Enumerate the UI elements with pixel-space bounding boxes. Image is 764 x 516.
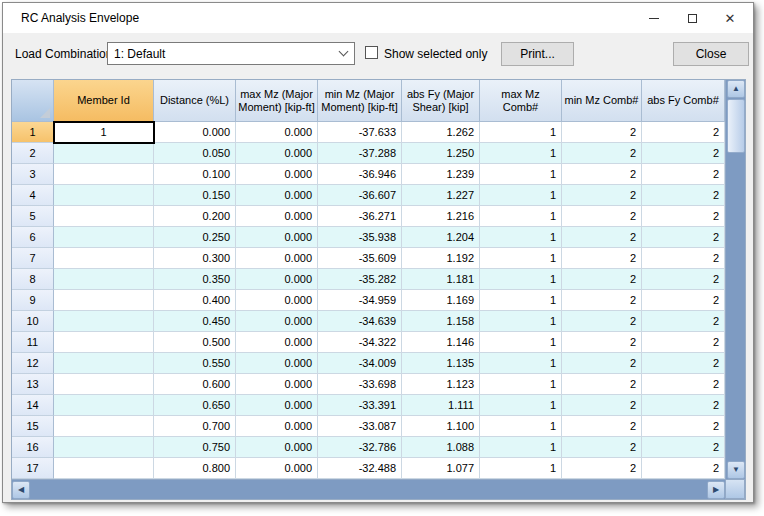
cell[interactable]: 0.100 [154, 164, 236, 185]
cell[interactable]: 0.000 [236, 206, 318, 227]
cell[interactable]: 1.216 [402, 206, 480, 227]
row-header[interactable]: 4 [12, 185, 54, 206]
column-header-distance[interactable]: Distance (%L) [154, 80, 236, 122]
row-header[interactable]: 11 [12, 332, 54, 353]
cell[interactable]: 2 [642, 395, 725, 416]
cell[interactable] [54, 395, 154, 416]
cell[interactable]: 1 [480, 290, 562, 311]
cell[interactable]: 1 [480, 416, 562, 437]
row-header[interactable]: 3 [12, 164, 54, 185]
cell[interactable]: 0.400 [154, 290, 236, 311]
cell[interactable]: 1 [480, 248, 562, 269]
cell[interactable]: 2 [642, 185, 725, 206]
cell[interactable]: 0.200 [154, 206, 236, 227]
cell[interactable]: 2 [642, 458, 725, 479]
cell[interactable] [54, 290, 154, 311]
cell[interactable]: 1.158 [402, 311, 480, 332]
cell[interactable]: 2 [562, 248, 642, 269]
cell[interactable]: -34.009 [318, 353, 402, 374]
column-header-abs-fy-comb[interactable]: abs Fy Comb# [642, 80, 725, 122]
cell[interactable]: 1 [480, 437, 562, 458]
cell[interactable]: 0.000 [236, 164, 318, 185]
row-header[interactable]: 2 [12, 143, 54, 164]
cell[interactable]: 2 [562, 395, 642, 416]
cell[interactable] [54, 227, 154, 248]
selected-cell[interactable]: 1 [54, 122, 154, 143]
cell[interactable]: 2 [642, 290, 725, 311]
cell[interactable]: 2 [642, 353, 725, 374]
cell[interactable]: 0.150 [154, 185, 236, 206]
cell[interactable]: -36.607 [318, 185, 402, 206]
minimize-button[interactable] [635, 3, 673, 33]
cell[interactable]: 1.192 [402, 248, 480, 269]
cell[interactable]: 2 [562, 416, 642, 437]
cell[interactable]: 0.000 [236, 143, 318, 164]
cell[interactable]: 0.750 [154, 437, 236, 458]
cell[interactable]: 2 [562, 332, 642, 353]
cell[interactable]: 2 [562, 122, 642, 143]
select-all-corner-cell[interactable] [12, 80, 54, 122]
cell[interactable]: 1.262 [402, 122, 480, 143]
load-combination-dropdown[interactable]: 1: Default [107, 42, 355, 65]
cell[interactable] [54, 269, 154, 290]
cell[interactable]: 1.227 [402, 185, 480, 206]
cell[interactable]: 2 [642, 332, 725, 353]
cell[interactable]: 0.450 [154, 311, 236, 332]
cell[interactable]: 2 [562, 458, 642, 479]
cell[interactable]: 0.500 [154, 332, 236, 353]
row-header[interactable]: 7 [12, 248, 54, 269]
cell[interactable]: 2 [642, 248, 725, 269]
cell[interactable]: 0.300 [154, 248, 236, 269]
cell[interactable]: 1 [480, 143, 562, 164]
column-header-min-mz[interactable]: min Mz (Major Moment) [kip-ft] [318, 80, 402, 122]
cell[interactable]: 0.000 [236, 437, 318, 458]
row-header[interactable]: 8 [12, 269, 54, 290]
cell[interactable]: 2 [562, 374, 642, 395]
cell[interactable]: 1.169 [402, 290, 480, 311]
cell[interactable]: 2 [642, 122, 725, 143]
cell[interactable]: 1.111 [402, 395, 480, 416]
row-header[interactable]: 9 [12, 290, 54, 311]
cell[interactable]: -37.633 [318, 122, 402, 143]
scroll-left-button[interactable]: ◀ [12, 481, 30, 499]
cell[interactable] [54, 164, 154, 185]
column-header-min-mz-comb[interactable]: min Mz Comb# [562, 80, 642, 122]
cell[interactable]: -35.938 [318, 227, 402, 248]
cell[interactable]: 0.000 [236, 248, 318, 269]
cell[interactable]: 2 [562, 143, 642, 164]
cell[interactable]: 0.050 [154, 143, 236, 164]
cell[interactable]: 0.000 [236, 374, 318, 395]
cell[interactable]: 1.181 [402, 269, 480, 290]
column-header-abs-fy[interactable]: abs Fy (Major Shear) [kip] [402, 80, 480, 122]
cell[interactable]: 2 [562, 206, 642, 227]
cell[interactable]: 1 [480, 164, 562, 185]
cell[interactable] [54, 311, 154, 332]
cell[interactable]: 1 [480, 206, 562, 227]
vertical-scrollbar-thumb[interactable] [727, 99, 745, 153]
cell[interactable]: 0.600 [154, 374, 236, 395]
cell[interactable]: 2 [562, 269, 642, 290]
cell[interactable]: 2 [562, 353, 642, 374]
cell[interactable]: -34.959 [318, 290, 402, 311]
cell[interactable]: -36.271 [318, 206, 402, 227]
cell[interactable]: -36.946 [318, 164, 402, 185]
row-header[interactable]: 13 [12, 374, 54, 395]
row-header[interactable]: 14 [12, 395, 54, 416]
cell[interactable]: 1 [480, 122, 562, 143]
cell[interactable]: 0.000 [236, 395, 318, 416]
cell[interactable]: 1 [480, 311, 562, 332]
row-header[interactable]: 16 [12, 437, 54, 458]
cell[interactable]: 1.239 [402, 164, 480, 185]
cell[interactable]: 0.000 [236, 269, 318, 290]
cell[interactable]: 2 [642, 206, 725, 227]
cell[interactable]: 0.000 [236, 185, 318, 206]
cell[interactable]: -35.282 [318, 269, 402, 290]
cell[interactable]: 1 [480, 269, 562, 290]
cell[interactable]: 2 [562, 290, 642, 311]
row-header[interactable]: 6 [12, 227, 54, 248]
cell[interactable]: 2 [562, 185, 642, 206]
maximize-button[interactable] [673, 3, 711, 33]
scroll-down-button[interactable]: ▼ [727, 461, 745, 479]
cell[interactable]: 2 [562, 311, 642, 332]
scroll-right-button[interactable]: ▶ [707, 481, 725, 499]
